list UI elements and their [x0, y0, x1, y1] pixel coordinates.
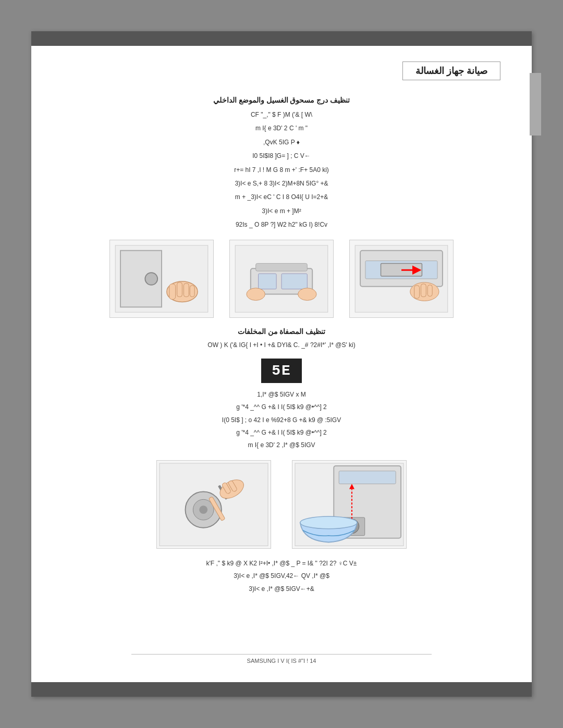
svg-rect-4 [169, 283, 176, 299]
svg-point-13 [247, 288, 265, 300]
illustration-filter-basin [292, 460, 407, 549]
display-5e: 5E [261, 359, 302, 383]
footer: SAMSUNG I V I( IS #"I ! 14 [31, 652, 532, 664]
section1-line-3: I0 5I$I8 ]G= ] ; C V← [63, 151, 500, 161]
section2-bottom-text: k'F ," $ k9 @ X K2 I²+I• ,I* @$ _ P = I&… [63, 558, 500, 594]
svg-rect-35 [339, 471, 396, 484]
svg-rect-6 [183, 283, 189, 297]
section2-line-0: 1,I* @$ 5IGV x M [63, 389, 500, 400]
page-container: صيانة جهاز الغسالة تنظيف درج مسحوق الغسي… [31, 31, 532, 697]
section1-line-8: 92Is _ O 8P ?] W2 h2" kG I) 8!Cv [63, 219, 500, 230]
footer-text: SAMSUNG I V I( IS #"I ! 14 [31, 658, 532, 664]
section2-line-2: I(0 5I$ ] ; o 42 I e %92+8 G +& k9 @ :5I… [63, 415, 500, 425]
svg-point-2 [145, 273, 157, 285]
top-bar [31, 31, 532, 46]
bottom-bar [31, 682, 532, 697]
bottom-line-2: 3)I< e ,I* @$ 5IGV←+& [63, 584, 500, 594]
section1-line-7: 3)I< e m + ]M² [63, 206, 500, 216]
section2-intro: OW ) K ('& IG{ I +I • I +& DYI& C. _# ?2… [63, 340, 500, 350]
svg-rect-23 [427, 285, 432, 296]
section2-line-1: g '*4 _^^ G +& I I( 5I$ k9 @•^^] 2 [63, 402, 500, 412]
bottom-line-0: k'F ," $ k9 @ X K2 I²+I• ,I* @$ _ P = I&… [63, 558, 500, 569]
section2-line-3: g '*4 _^^ G +& I I( 5I$ k9 @•^^] 2 [63, 427, 500, 438]
section1-line-0: CF "_," $ F )M ('& [ W\ [63, 109, 500, 120]
images-row-1 [63, 240, 500, 318]
svg-rect-11 [259, 274, 277, 289]
svg-rect-12 [282, 274, 307, 289]
main-content: صيانة جهاز الغسالة تنظيف درج مسحوق الغسي… [31, 46, 532, 682]
svg-rect-7 [190, 285, 194, 297]
svg-point-40 [300, 516, 357, 529]
section2-heading: تنظيف المصفاة من المخلفات [63, 327, 500, 336]
illustration-filter-tool [156, 460, 271, 549]
svg-point-14 [298, 288, 317, 300]
section2-text: 1,I* @$ 5IGV x M g '*4 _^^ G +& I I( 5I$… [63, 389, 500, 451]
page-title: صيانة جهاز الغسالة [402, 61, 500, 80]
svg-rect-22 [421, 283, 426, 297]
illustration-drawer-tray [229, 240, 334, 318]
display-5e-wrapper: 5E [63, 352, 500, 389]
bottom-line-1: 3)I< e ,I* @$ 5IGV,42← QV ,I* @$ [63, 571, 500, 581]
section1-line-2: ,QvK 5IG P ♦ [63, 137, 500, 147]
images-row-2 [63, 460, 500, 549]
section1-text: CF "_," $ F )M ('& [ W\ m I{ e 3D' 2 C '… [63, 109, 500, 230]
svg-rect-21 [414, 285, 420, 298]
section1-line-5: 3)I< e S,+ 8 3)I< 2)M+8N 5IG° +& [63, 178, 500, 189]
svg-rect-5 [177, 282, 182, 297]
footer-divider [131, 654, 432, 655]
section1-line-1: m I{ e 3D' 2 C ' m " [63, 123, 500, 133]
svg-point-27 [199, 505, 207, 514]
section1-line-6: m + _3)I< eC ' C I 8 O4I{ U I=2+& [63, 192, 500, 202]
svg-rect-10 [256, 263, 308, 271]
section2-line-4: m I{ e 3D' 2 ,I* @$ 5IGV [63, 440, 500, 450]
illustration-drawer-open [109, 240, 214, 318]
section1-line-4: r+= hI 7 ,I ! M G 8 m +' :F+ 5A0 ki) [63, 165, 500, 175]
section1-heading: تنظيف درج مسحوق الغسيل والموضع الداخلي [63, 96, 500, 104]
illustration-drawer-remove [349, 240, 454, 318]
